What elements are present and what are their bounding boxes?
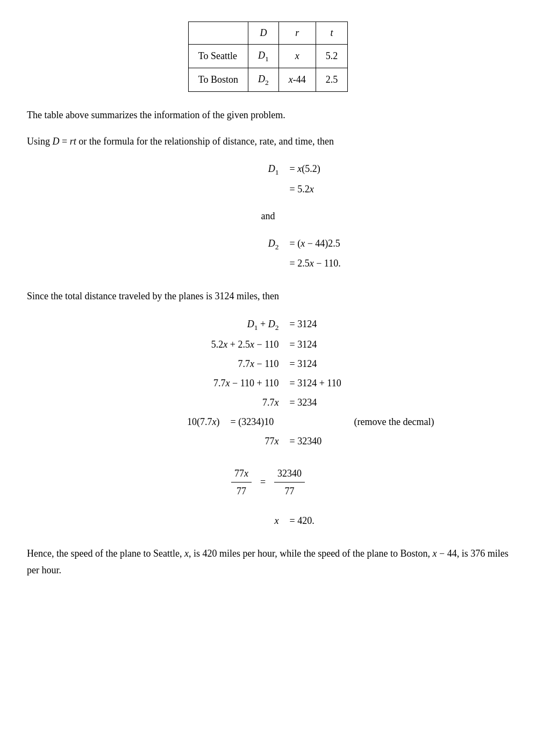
since-text: Since the total distance traveled by the… [27, 291, 279, 301]
summary-paragraph: The table above summarizes the informati… [27, 107, 509, 124]
sys-rhs6: = (3234)10 [225, 412, 333, 431]
conclusion-paragraph: Hence, the speed of the plane to Seattle… [27, 545, 509, 578]
sys-lhs6: 10(7.7x) [85, 412, 225, 431]
sys-rhs3: = 3124 [284, 354, 392, 373]
row-boston-label: To Boston [188, 68, 248, 91]
d2-rhs1: = (x − 44)2.5 [284, 234, 392, 253]
frac-rhs-num: 32340 [274, 466, 305, 483]
final-rhs: = 420. [284, 511, 392, 530]
frac-rhs-den: 77 [282, 483, 298, 499]
sys-eq7: 77x = 32340 [27, 431, 509, 451]
d2-equations: D2 = (x − 44)2.5 = 2.5x − 110. [27, 234, 509, 273]
sys-eq2: 5.2x + 2.5x − 110 = 3124 [27, 335, 509, 354]
sys-eq5: 7.7x = 3234 [27, 393, 509, 412]
final-eq: x = 420. [27, 511, 509, 530]
sys-eq3: 7.7x − 110 = 3124 [27, 354, 509, 373]
sys-rhs2: = 3124 [284, 335, 392, 354]
sys-rhs4: = 3124 + 110 [284, 373, 392, 393]
d1-rhs1: = x(5.2) [284, 159, 392, 178]
sys-lhs2: 5.2x + 2.5x − 110 [145, 335, 284, 354]
row-boston-t: 2.5 [316, 68, 348, 91]
d2-eq-row1: D2 = (x − 44)2.5 [27, 234, 509, 254]
d1-equations: D1 = x(5.2) = 5.2x [27, 159, 509, 199]
d2-lhs1: D2 [145, 234, 284, 254]
d1-eq-row2: = 5.2x [27, 179, 509, 199]
d2-eq-row2: = 2.5x − 110. [27, 254, 509, 273]
d1-rhs2: = 5.2x [284, 179, 392, 199]
row-seattle-r: x [278, 44, 316, 68]
frac-equals: = [257, 474, 269, 490]
table-row: To Seattle D1 x 5.2 [188, 44, 348, 68]
summary-text: The table above summarizes the informati… [27, 110, 285, 120]
sys-lhs3: 7.7x − 110 [145, 354, 284, 373]
row-seattle-t: 5.2 [316, 44, 348, 68]
system-equations: D1 + D2 = 3124 5.2x + 2.5x − 110 = 3124 … [27, 314, 509, 451]
sys-lhs7: 77x [145, 431, 284, 451]
sys-eq1: D1 + D2 = 3124 [27, 314, 509, 335]
row-boston-D: D2 [248, 68, 279, 91]
and-word: and [27, 208, 509, 224]
sys-rhs7: = 32340 [284, 431, 392, 451]
row-seattle-D: D1 [248, 44, 279, 68]
final-lhs: x [145, 511, 284, 530]
table-header-empty [188, 22, 248, 45]
data-table: D r t To Seattle D1 x 5.2 To Boston D2 x… [27, 21, 509, 92]
sys-note6: (remove the decmal) [333, 412, 451, 431]
table-row: To Boston D2 x-44 2.5 [188, 68, 348, 91]
sys-lhs4: 7.7x − 110 + 110 [145, 373, 284, 393]
sys-lhs5: 7.7x [145, 393, 284, 412]
table-header-r: r [278, 22, 316, 45]
d2-rhs2: = 2.5x − 110. [284, 254, 392, 273]
table-header-t: t [316, 22, 348, 45]
sys-lhs1: D1 + D2 [145, 314, 284, 335]
since-paragraph: Since the total distance traveled by the… [27, 288, 509, 305]
sys-rhs1: = 3124 [284, 314, 392, 334]
row-seattle-label: To Seattle [188, 44, 248, 68]
frac-lhs-num: 77x [231, 466, 252, 483]
frac-lhs-den: 77 [233, 483, 249, 499]
fraction-lhs: 77x 77 [231, 466, 252, 500]
d1-lhs1: D1 [145, 159, 284, 179]
row-boston-r: x-44 [278, 68, 316, 91]
table-header-D: D [248, 22, 279, 45]
d1-eq-row1: D1 = x(5.2) [27, 159, 509, 179]
sys-eq4: 7.7x − 110 + 110 = 3124 + 110 [27, 373, 509, 393]
sys-eq6: 10(7.7x) = (3234)10 (remove the decmal) [27, 412, 509, 431]
sys-rhs5: = 3234 [284, 393, 392, 412]
intro-paragraph: Using D = rt or the formula for the rela… [27, 133, 509, 150]
fraction-equation: 77x 77 = 32340 77 [27, 466, 509, 500]
final-equation-block: x = 420. [27, 511, 509, 530]
fraction-rhs: 32340 77 [274, 466, 305, 500]
